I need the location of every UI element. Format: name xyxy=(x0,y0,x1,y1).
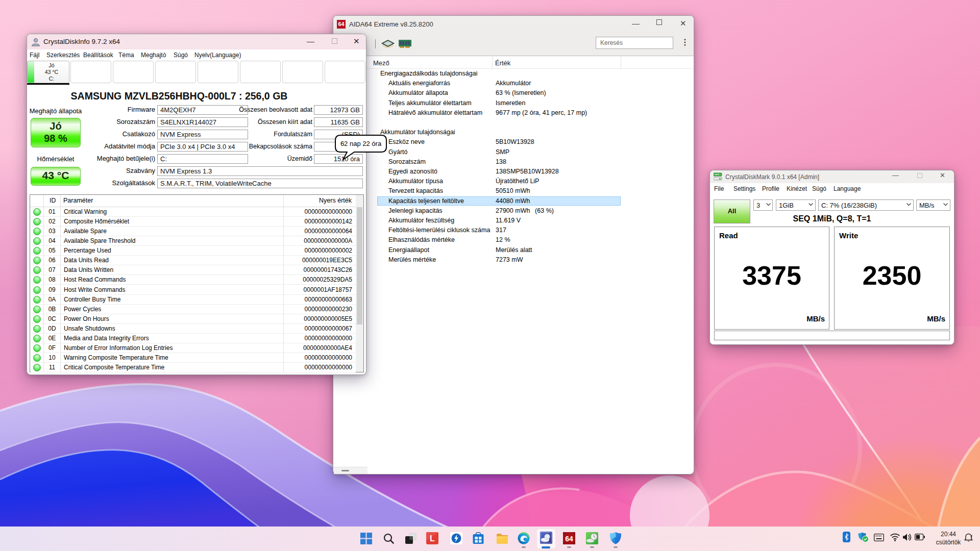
svg-text:L: L xyxy=(430,534,435,543)
svg-text:z: z xyxy=(971,534,973,538)
svg-text:62 nap 22 óra: 62 nap 22 óra xyxy=(340,140,382,147)
svg-text:64: 64 xyxy=(565,535,573,543)
